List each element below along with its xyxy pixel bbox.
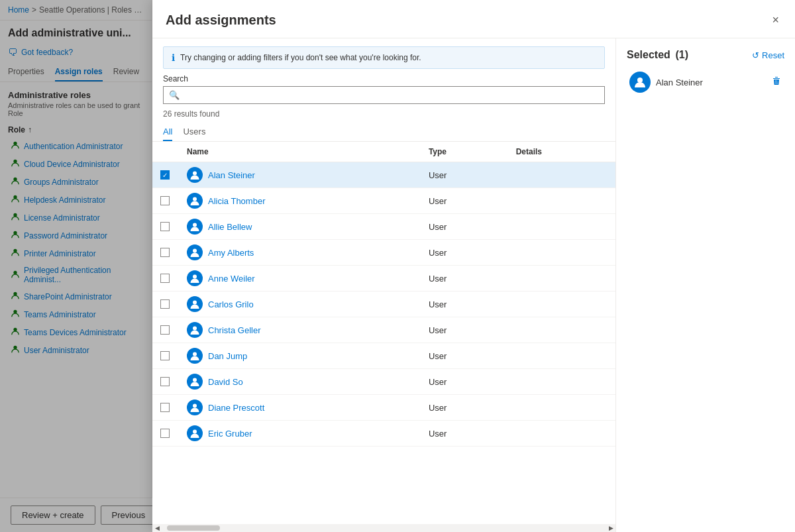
name-cell: Dan Jump (179, 343, 421, 369)
svg-point-14 (193, 223, 197, 227)
checkbox-cell[interactable] (152, 317, 179, 343)
search-input[interactable] (164, 87, 604, 103)
reset-label: Reset (762, 50, 784, 60)
modal-close-button[interactable]: × (769, 11, 782, 30)
checkbox-cell[interactable] (152, 343, 179, 369)
h-scroll-thumb[interactable] (167, 525, 220, 531)
filter-tab-users[interactable]: Users (183, 123, 205, 141)
table-row: Allie Bellew User (152, 214, 615, 240)
table-row: David So User (152, 369, 615, 395)
row-checkbox[interactable] (160, 299, 170, 309)
user-avatar (187, 219, 203, 235)
user-avatar (187, 399, 203, 415)
svg-point-23 (637, 78, 643, 83)
row-checkbox[interactable] (160, 274, 170, 283)
user-name: Amy Alberts (208, 248, 254, 258)
row-checkbox[interactable] (160, 429, 170, 438)
svg-point-21 (193, 404, 197, 408)
col-checkbox (152, 142, 179, 162)
checkbox-cell[interactable] (152, 421, 179, 447)
name-cell: Carlos Grilo (179, 292, 421, 317)
scroll-left-arrow[interactable]: ◀ (152, 524, 162, 532)
svg-point-18 (193, 327, 197, 331)
user-name: Eric Gruber (208, 429, 252, 439)
user-avatar (187, 193, 203, 209)
table-row: Carlos Grilo User (152, 292, 615, 317)
row-checkbox[interactable] (160, 325, 170, 335)
type-cell: User (421, 317, 508, 343)
table-row: Anne Weiler User (152, 266, 615, 292)
search-label: Search (163, 74, 605, 83)
row-checkbox[interactable] (160, 196, 170, 205)
type-cell: User (421, 188, 508, 214)
svg-point-15 (193, 249, 197, 253)
table-header-row: Name Type Details (152, 142, 615, 162)
checkbox-cell[interactable] (152, 395, 179, 421)
selected-label: Selected (627, 49, 670, 60)
scroll-right-arrow[interactable]: ▶ (606, 524, 615, 532)
type-cell: User (421, 292, 508, 317)
info-banner: ℹ Try changing or adding filters if you … (163, 46, 605, 69)
add-assignments-modal: Add assignments × ℹ Try changing or addi… (152, 0, 795, 532)
search-section: Search 🔍 (152, 74, 615, 107)
checkbox-cell[interactable] (152, 188, 179, 214)
name-cell: Alicia Thomber (179, 188, 421, 214)
name-cell: Alan Steiner (179, 162, 421, 188)
search-icon: 🔍 (169, 90, 180, 100)
checkbox-cell[interactable] (152, 266, 179, 292)
filter-tab-all[interactable]: All (163, 123, 172, 141)
assignments-table: Name Type Details ✓ Alan Steiner User (152, 142, 615, 447)
horizontal-scrollbar[interactable]: ◀ ▶ (152, 524, 615, 532)
name-cell: Christa Geller (179, 317, 421, 343)
search-input-wrap: 🔍 (163, 86, 605, 104)
user-avatar (187, 322, 203, 338)
selected-item-name: Alan Steiner (656, 78, 766, 87)
selected-header: Selected (1) ↺ Reset (627, 49, 784, 61)
checkbox-cell[interactable]: ✓ (152, 162, 179, 188)
type-cell: User (421, 162, 508, 188)
type-cell: User (421, 214, 508, 240)
row-checkbox[interactable] (160, 248, 170, 257)
row-checkbox[interactable] (160, 351, 170, 360)
row-checkbox[interactable] (160, 403, 170, 412)
checkbox-cell[interactable] (152, 292, 179, 317)
user-name: Alicia Thomber (208, 196, 265, 206)
details-cell (508, 266, 615, 292)
selected-panel: Selected (1) ↺ Reset Alan (616, 38, 795, 532)
delete-selected-button[interactable] (771, 76, 782, 89)
name-cell: Allie Bellew (179, 214, 421, 240)
user-name: Carlos Grilo (208, 299, 254, 309)
row-checkbox[interactable] (160, 222, 170, 231)
avatar (629, 72, 651, 93)
type-cell: User (421, 421, 508, 447)
name-cell: Anne Weiler (179, 266, 421, 292)
checkbox-cell[interactable] (152, 214, 179, 240)
user-avatar (187, 296, 203, 312)
user-name: Allie Bellew (208, 222, 252, 232)
row-checkbox[interactable] (160, 377, 170, 386)
col-name: Name (179, 142, 421, 162)
svg-point-12 (193, 172, 197, 176)
modal-body: ℹ Try changing or adding filters if you … (152, 38, 795, 532)
modal-left-panel: ℹ Try changing or adding filters if you … (152, 38, 616, 532)
selected-count: (1) (675, 49, 688, 60)
user-name: Diane Prescott (208, 403, 264, 413)
user-avatar (187, 167, 203, 183)
col-type: Type (421, 142, 508, 162)
table-row: Eric Gruber User (152, 421, 615, 447)
checkbox-cell[interactable] (152, 240, 179, 266)
type-cell: User (421, 369, 508, 395)
reset-button[interactable]: ↺ Reset (752, 50, 784, 60)
user-name: Christa Geller (208, 325, 260, 335)
user-avatar (187, 244, 203, 260)
table-wrap: Name Type Details ✓ Alan Steiner User (152, 142, 615, 524)
row-checkbox[interactable]: ✓ (160, 170, 170, 180)
checkbox-cell[interactable] (152, 369, 179, 395)
details-cell (508, 369, 615, 395)
details-cell (508, 292, 615, 317)
table-row: ✓ Alan Steiner User (152, 162, 615, 188)
svg-point-16 (193, 275, 197, 279)
table-row: Christa Geller User (152, 317, 615, 343)
svg-point-19 (193, 352, 197, 356)
user-name: David So (208, 377, 243, 387)
